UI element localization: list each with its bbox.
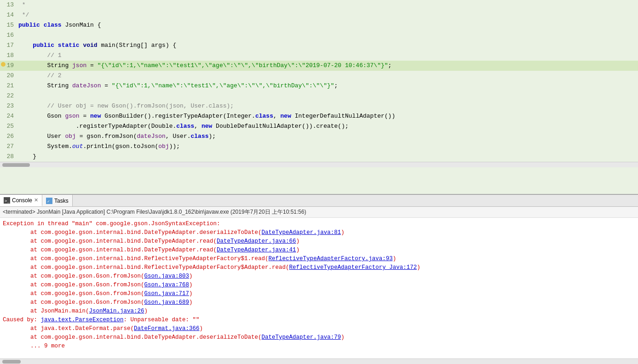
console-terminated-text: <terminated> JsonMain [Java Application]…	[3, 209, 306, 215]
line-content-20: // 2	[18, 71, 62, 81]
svg-text:✓: ✓	[47, 199, 50, 204]
console-line-2: at com.google.gson.internal.bind.DateTyp…	[3, 237, 635, 246]
code-line-28: 28 }	[0, 152, 638, 162]
line-num-19: 19	[0, 61, 18, 71]
code-line-16: 16	[0, 30, 638, 40]
code-line-13: 13 *	[0, 0, 638, 10]
tab-tasks-label: Tasks	[54, 198, 69, 204]
line-content-17: public static void main(String[] args) {	[18, 40, 176, 51]
line-content-19: String json = "{\"id\":1,\"name\":\"test…	[18, 61, 391, 71]
code-line-24: 24 Gson gson = new GsonBuilder().registe…	[0, 111, 638, 121]
link-reflective-93[interactable]: ReflectiveTypeAdapterFactory.java:93	[269, 256, 393, 262]
line-content-25: .registerTypeAdapter(Double.class, new D…	[18, 121, 349, 131]
line-content-27: System.out.println(gson.toJson(obj));	[18, 142, 180, 152]
link-gson-768[interactable]: Gson.java:768	[144, 282, 190, 288]
code-line-25: 25 .registerTypeAdapter(Double.class, ne…	[0, 121, 638, 131]
line-content-18: // 1	[18, 51, 62, 61]
console-line-8: at com.google.gson.Gson.fromJson(Gson.ja…	[3, 290, 635, 298]
code-line-15: 15 public class JsonMain {	[0, 20, 638, 30]
console-line-1: at com.google.gson.internal.bind.DateTyp…	[3, 228, 635, 237]
console-line-exception: Exception in thread "main" com.google.gs…	[3, 220, 635, 228]
line-num-23: 23	[0, 101, 18, 111]
editor-scrollbar-thumb[interactable]	[2, 163, 30, 167]
line-content-26: User obj = gson.fromJson(dateJson, User.…	[18, 131, 216, 142]
line-content-14: */	[18, 10, 29, 20]
tab-console[interactable]: >_ Console ✕	[0, 195, 42, 206]
console-line-7: at com.google.gson.Gson.fromJson(Gson.ja…	[3, 281, 635, 290]
code-line-21: 21 String dateJson = "{\"id\":1,\"name\"…	[0, 81, 638, 91]
code-line-23: 23 // User obj = new Gson().fromJson(jso…	[0, 101, 638, 111]
line-num-18: 18	[0, 51, 18, 61]
console-line-10: at JsonMain.main(JsonMain.java:26)	[3, 307, 635, 316]
link-dateformat-366[interactable]: DateFormat.java:366	[134, 325, 200, 332]
console-line-caused: Caused by: java.text.ParseException: Unp…	[3, 316, 635, 324]
line-num-17: 17	[0, 40, 18, 51]
link-jsonmain-26[interactable]: JsonMain.java:26	[89, 308, 144, 314]
console-line-5: at com.google.gson.internal.bind.Reflect…	[3, 263, 635, 272]
line-num-16: 16	[0, 30, 18, 40]
link-datetypeadapter-79[interactable]: DateTypeAdapter.java:79	[262, 334, 341, 341]
line-content-24: Gson gson = new GsonBuilder().registerTy…	[18, 111, 395, 121]
line-num-13: 13	[0, 0, 18, 10]
console-icon: >_	[4, 197, 10, 204]
console-line-11: at java.text.DateFormat.parse(DateFormat…	[3, 324, 635, 333]
tab-console-label: Console	[12, 197, 32, 204]
code-line-14: 14 */	[0, 10, 638, 20]
ide-container: 13 * 14 */ 15 public class JsonMain { 16…	[0, 0, 638, 364]
line-num-15: 15	[0, 20, 18, 30]
line-num-14: 14	[0, 10, 18, 20]
line-content-15: public class JsonMain {	[18, 20, 101, 30]
console-line-3: at com.google.gson.internal.bind.DateTyp…	[3, 246, 635, 255]
line-num-28: 28	[0, 152, 18, 162]
line-content-23: // User obj = new Gson().fromJson(json, …	[18, 101, 234, 111]
tasks-icon: ✓	[46, 198, 52, 204]
code-line-19: 19 String json = "{\"id\":1,\"name\":\"t…	[0, 61, 638, 71]
line-num-21: 21	[0, 81, 18, 91]
link-datetypeadapter-81[interactable]: DateTypeAdapter.java:81	[262, 229, 341, 236]
link-datetypeadapter-41[interactable]: DateTypeAdapter.java:41	[217, 247, 296, 253]
link-reflective-172[interactable]: ReflectiveTypeAdapterFactory_Java:172	[289, 264, 417, 271]
console-line-12: at com.google.gson.internal.bind.DateTyp…	[3, 333, 635, 342]
code-lines: 13 * 14 */ 15 public class JsonMain { 16…	[0, 0, 638, 162]
line-content-13: *	[18, 0, 26, 10]
code-line-18: 18 // 1	[0, 51, 638, 61]
line-num-27: 27	[0, 142, 18, 152]
line-num-26: 26	[0, 131, 18, 142]
console-scrollbar-thumb[interactable]	[2, 360, 21, 364]
svg-text:>_: >_	[5, 199, 10, 203]
console-tab-close[interactable]: ✕	[34, 197, 38, 203]
link-datetypeadapter-66[interactable]: DateTypeAdapter.java:66	[217, 238, 296, 245]
tab-tasks[interactable]: ✓ Tasks	[42, 195, 73, 206]
code-line-20: 20 // 2	[0, 71, 638, 81]
console-line-9: at com.google.gson.Gson.fromJson(Gson.ja…	[3, 298, 635, 307]
link-gson-717[interactable]: Gson.java:717	[144, 290, 190, 297]
code-line-17: 17 public static void main(String[] args…	[0, 40, 638, 51]
console-status-header: <terminated> JsonMain [Java Application]…	[0, 207, 638, 218]
line-num-24: 24	[0, 111, 18, 121]
code-editor: 13 * 14 */ 15 public class JsonMain { 16…	[0, 0, 638, 194]
console-panel: >_ Console ✕ ✓ Tasks <terminated> JsonMa…	[0, 194, 638, 364]
line-num-20: 20	[0, 71, 18, 81]
console-line-6: at com.google.gson.Gson.fromJson(Gson.ja…	[3, 272, 635, 281]
console-line-more: ... 9 more	[3, 342, 635, 351]
console-tabs: >_ Console ✕ ✓ Tasks	[0, 195, 638, 207]
line-num-25: 25	[0, 121, 18, 131]
code-line-26: 26 User obj = gson.fromJson(dateJson, Us…	[0, 131, 638, 142]
code-line-27: 27 System.out.println(gson.toJson(obj));	[0, 142, 638, 152]
console-horizontal-scrollbar[interactable]	[0, 358, 638, 364]
link-gson-803[interactable]: Gson.java:803	[144, 273, 190, 279]
line-content-28: }	[18, 152, 36, 162]
code-line-22: 22	[0, 91, 638, 101]
console-output[interactable]: Exception in thread "main" com.google.gs…	[0, 218, 638, 358]
editor-horizontal-scrollbar[interactable]	[0, 162, 638, 167]
console-line-4: at com.google.gson.internal.bind.Reflect…	[3, 255, 635, 263]
link-parseexception[interactable]: java.text.ParseException	[41, 317, 124, 323]
line-num-22: 22	[0, 91, 18, 101]
link-gson-689[interactable]: Gson.java:689	[144, 299, 190, 306]
line-content-21: String dateJson = "{\"id\":1,\"name\":\"…	[18, 81, 338, 91]
